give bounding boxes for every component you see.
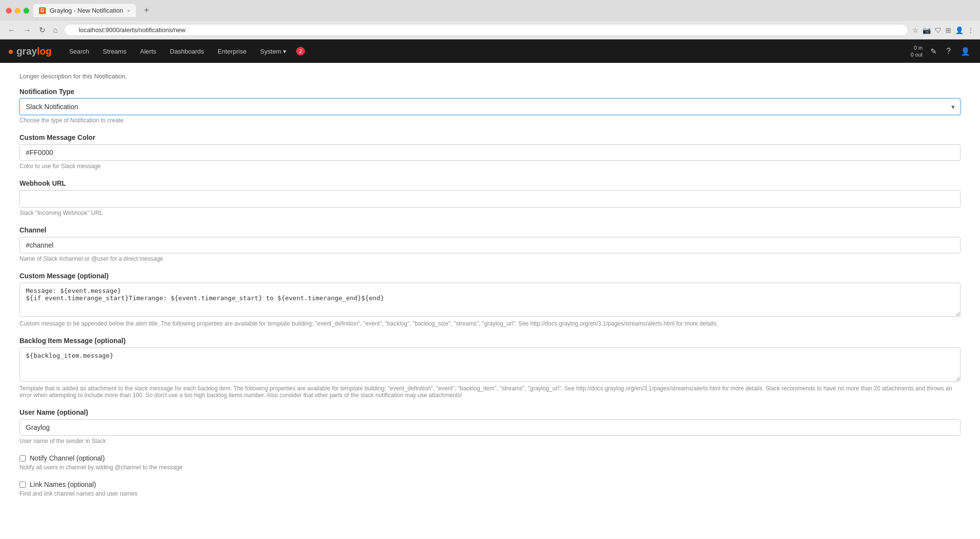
notification-type-select-wrapper: Slack Notification Email Notification HT… <box>19 98 961 115</box>
link-names-checkbox-group: Link Names (optional) <box>19 481 961 488</box>
webhook-url-hint: Slack "Incoming Webhook" URL <box>19 210 961 216</box>
io-counter: 0 in 0 out <box>911 44 923 58</box>
user-name-hint: User name of the sender in Slack <box>19 438 961 444</box>
notification-type-group: Notification Type Slack Notification Ema… <box>19 88 961 124</box>
channel-hint: Name of Slack #channel or @user for a di… <box>19 255 961 262</box>
minimize-button[interactable] <box>15 8 20 14</box>
backlog-item-message-label: Backlog Item Message (optional) <box>19 337 961 345</box>
backlog-item-message-hint: Template that is added as attachment to … <box>19 385 961 399</box>
webhook-url-input[interactable] <box>19 190 961 208</box>
link-names-hint: Find and link channel names and user nam… <box>19 490 961 497</box>
custom-message-hint: Custom message to be appended below the … <box>19 320 961 327</box>
logo-icon: ● <box>8 46 14 57</box>
channel-group: Channel Name of Slack #channel or @user … <box>19 226 961 262</box>
io-out: 0 out <box>911 51 923 58</box>
address-input[interactable] <box>64 24 908 36</box>
custom-message-textarea[interactable]: Message: ${event.message} ${if event.tim… <box>19 283 961 317</box>
user-icon-button[interactable]: 👤 <box>959 45 972 58</box>
profile-button[interactable]: 👤 <box>955 26 963 34</box>
browser-chrome: G Graylog - New Notification × + ← → ↻ ⌂… <box>0 0 980 39</box>
logo-log: log <box>37 46 52 57</box>
menu-button[interactable]: ⋮ <box>967 26 974 34</box>
backlog-item-message-group: Backlog Item Message (optional) ${backlo… <box>19 337 961 399</box>
channel-input[interactable] <box>19 237 961 253</box>
notify-channel-label[interactable]: Notify Channel (optional) <box>30 454 105 462</box>
custom-message-color-group: Custom Message Color Color to use for Sl… <box>19 134 961 170</box>
link-names-label[interactable]: Link Names (optional) <box>30 481 96 488</box>
channel-label: Channel <box>19 226 961 234</box>
tab-title: Graylog - New Notification <box>50 7 123 14</box>
user-name-group: User Name (optional) User name of the se… <box>19 408 961 444</box>
nav-enterprise[interactable]: Enterprise <box>212 45 252 58</box>
description-hint: Longer description for this Notification… <box>19 73 961 80</box>
traffic-lights <box>6 8 29 14</box>
user-name-label: User Name (optional) <box>19 408 961 416</box>
nav-search[interactable]: Search <box>63 45 95 58</box>
notification-type-hint: Choose the type of Notification to creat… <box>19 117 961 124</box>
notification-type-label: Notification Type <box>19 88 961 96</box>
link-names-checkbox[interactable] <box>19 481 26 488</box>
browser-actions: ☆ 📷 🛡 ⊞ 👤 ⋮ <box>912 26 974 34</box>
nav-streams[interactable]: Streams <box>97 45 132 58</box>
io-in: 0 in <box>911 44 923 51</box>
reload-button[interactable]: ↻ <box>37 24 47 36</box>
edit-icon-button[interactable]: ✎ <box>928 45 939 58</box>
app-logo: ● graylog <box>8 46 52 57</box>
nav-alerts[interactable]: Alerts <box>134 45 162 58</box>
backlog-item-message-textarea[interactable]: ${backlog_item.message} <box>19 347 961 382</box>
maximize-button[interactable] <box>23 8 29 14</box>
logo-gray: gray <box>17 46 37 57</box>
nav-system[interactable]: System <box>254 45 292 58</box>
browser-tab[interactable]: G Graylog - New Notification × <box>33 4 136 17</box>
tab-close-button[interactable]: × <box>127 8 130 14</box>
security-button[interactable]: 🛡 <box>935 26 942 34</box>
forward-button[interactable]: → <box>21 25 33 36</box>
browser-title-bar: G Graylog - New Notification × + <box>0 0 980 21</box>
webhook-url-label: Webhook URL <box>19 179 961 187</box>
app-navbar: ● graylog Search Streams Alerts Dashboar… <box>0 39 980 63</box>
nav-dashboards[interactable]: Dashboards <box>164 45 210 58</box>
link-names-group: Link Names (optional) Find and link chan… <box>19 481 961 497</box>
custom-message-color-hint: Color to use for Slack message <box>19 163 961 170</box>
custom-message-group: Custom Message (optional) Message: ${eve… <box>19 272 961 327</box>
notify-channel-checkbox[interactable] <box>19 455 26 462</box>
main-content: Longer description for this Notification… <box>0 63 980 539</box>
screenshot-button[interactable]: 📷 <box>923 26 931 34</box>
home-button[interactable]: ⌂ <box>51 25 60 36</box>
custom-message-color-input[interactable] <box>19 144 961 161</box>
bookmark-button[interactable]: ☆ <box>912 26 919 34</box>
custom-message-label: Custom Message (optional) <box>19 272 961 280</box>
tab-favicon: G <box>39 7 46 14</box>
extensions-button[interactable]: ⊞ <box>945 26 951 34</box>
back-button[interactable]: ← <box>6 25 18 36</box>
notify-channel-group: Notify Channel (optional) Notify all use… <box>19 454 961 471</box>
notification-type-select[interactable]: Slack Notification Email Notification HT… <box>19 98 961 115</box>
close-button[interactable] <box>6 8 12 14</box>
webhook-url-group: Webhook URL Slack "Incoming Webhook" URL <box>19 179 961 216</box>
notify-channel-checkbox-group: Notify Channel (optional) <box>19 454 961 462</box>
navbar-right: 0 in 0 out ✎ ? 👤 <box>911 44 972 58</box>
help-icon-button[interactable]: ? <box>944 45 953 58</box>
custom-message-color-label: Custom Message Color <box>19 134 961 141</box>
alert-badge: 2 <box>296 47 305 56</box>
nav-links: Search Streams Alerts Dashboards Enterpr… <box>63 45 305 58</box>
notify-channel-hint: Notify all users in channel by adding @c… <box>19 464 961 471</box>
browser-address-bar: ← → ↻ ⌂ ☆ 📷 🛡 ⊞ 👤 ⋮ <box>0 21 980 39</box>
user-name-input[interactable] <box>19 419 961 436</box>
new-tab-button[interactable]: + <box>140 5 153 16</box>
